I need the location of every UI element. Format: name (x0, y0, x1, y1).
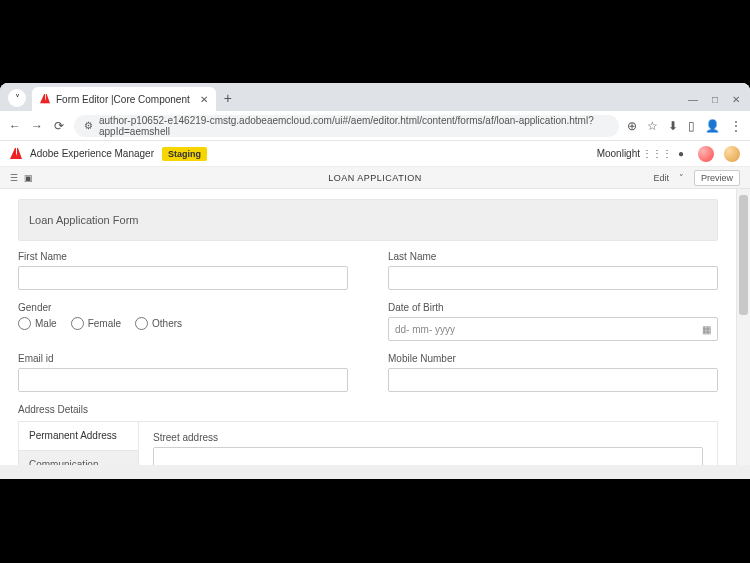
tabs-collapse-button[interactable]: ˅ (8, 89, 26, 107)
adobe-favicon (40, 94, 50, 104)
calendar-icon[interactable]: ▦ (702, 324, 711, 335)
side-panel-toggle-icon[interactable]: ☰ (10, 173, 24, 183)
form-title: Loan Application Form (29, 214, 138, 226)
nav-forward-icon[interactable]: → (30, 119, 44, 133)
aem-product-name: Adobe Experience Manager (30, 148, 154, 159)
gender-female-radio[interactable] (71, 317, 84, 330)
reader-icon[interactable]: ▯ (688, 119, 695, 133)
dob-label: Date of Birth (388, 302, 718, 313)
tab-title: Form Editor |Core Component (56, 94, 190, 105)
street-address-label: Street address (153, 432, 703, 443)
user-avatar-icon[interactable] (724, 146, 740, 162)
aem-profile-name[interactable]: Moonlight (597, 148, 640, 159)
preview-button[interactable]: Preview (694, 170, 740, 186)
mobile-input[interactable] (388, 368, 718, 392)
close-tab-icon[interactable]: ✕ (200, 94, 208, 105)
window-close-icon[interactable]: ✕ (732, 94, 740, 105)
gender-radio-group: Male Female Others (18, 317, 348, 330)
dob-input[interactable]: dd- mm- yyyy ▦ (388, 317, 718, 341)
email-label: Email id (18, 353, 348, 364)
new-tab-button[interactable]: + (224, 90, 232, 106)
gender-male-option[interactable]: Male (18, 317, 57, 330)
last-name-label: Last Name (388, 251, 718, 262)
gender-male-radio[interactable] (18, 317, 31, 330)
nav-back-icon[interactable]: ← (8, 119, 22, 133)
editor-page-bar: ☰ ▣ LOAN APPLICATION Edit ˅ Preview (0, 167, 750, 189)
url-box[interactable]: ⚙ author-p10652-e146219-cmstg.adobeaemcl… (74, 115, 619, 137)
browser-window: ˅ Form Editor |Core Component ✕ + — □ ✕ … (0, 83, 750, 479)
svg-marker-4 (17, 148, 22, 159)
first-name-label: First Name (18, 251, 348, 262)
window-minimize-icon[interactable]: — (688, 94, 698, 105)
bottom-strip (0, 465, 750, 479)
help-avatar-icon[interactable] (698, 146, 714, 162)
editor-workspace: Loan Application Form First Name Last Na… (0, 189, 750, 479)
browser-tab-active[interactable]: Form Editor |Core Component ✕ (32, 87, 216, 111)
browser-address-bar: ← → ⟳ ⚙ author-p10652-e146219-cmstg.adob… (0, 111, 750, 141)
gender-female-option[interactable]: Female (71, 317, 121, 330)
mobile-label: Mobile Number (388, 353, 718, 364)
dob-placeholder: dd- mm- yyyy (395, 324, 455, 335)
form-canvas: Loan Application Form First Name Last Na… (0, 189, 736, 479)
vertical-scrollbar[interactable] (736, 189, 750, 479)
chevron-down-icon[interactable]: ˅ (679, 173, 684, 183)
notifications-icon[interactable]: ● (674, 147, 688, 161)
svg-marker-1 (46, 94, 50, 103)
first-name-input[interactable] (18, 266, 348, 290)
nav-reload-icon[interactable]: ⟳ (52, 119, 66, 133)
gender-others-option[interactable]: Others (135, 317, 182, 330)
env-badge: Staging (162, 147, 207, 161)
component-tree-icon[interactable]: ▣ (24, 173, 38, 183)
email-input[interactable] (18, 368, 348, 392)
adobe-logo-icon (10, 148, 22, 160)
download-icon[interactable]: ⬇ (668, 119, 678, 133)
scrollbar-thumb[interactable] (739, 195, 748, 315)
last-name-input[interactable] (388, 266, 718, 290)
kebab-menu-icon[interactable]: ⋮ (730, 119, 742, 133)
edit-mode-label[interactable]: Edit (653, 173, 669, 183)
window-controls: — □ ✕ (688, 94, 740, 105)
apps-grid-icon[interactable]: ⋮⋮⋮ (650, 147, 664, 161)
gender-others-radio[interactable] (135, 317, 148, 330)
address-section-label: Address Details (18, 404, 718, 415)
url-text: author-p10652-e146219-cmstg.adobeaemclou… (99, 115, 609, 137)
profile-icon[interactable]: 👤 (705, 119, 720, 133)
zoom-icon[interactable]: ⊕ (627, 119, 637, 133)
site-settings-icon[interactable]: ⚙ (84, 120, 93, 131)
page-title: LOAN APPLICATION (328, 173, 421, 183)
gender-label: Gender (18, 302, 348, 313)
tab-permanent-address[interactable]: Permanent Address (19, 422, 138, 451)
browser-tabbar: ˅ Form Editor |Core Component ✕ + — □ ✕ (0, 83, 750, 111)
bookmark-icon[interactable]: ☆ (647, 119, 658, 133)
form-title-bar[interactable]: Loan Application Form (18, 199, 718, 241)
aem-header: Adobe Experience Manager Staging Moonlig… (0, 141, 750, 167)
window-maximize-icon[interactable]: □ (712, 94, 718, 105)
